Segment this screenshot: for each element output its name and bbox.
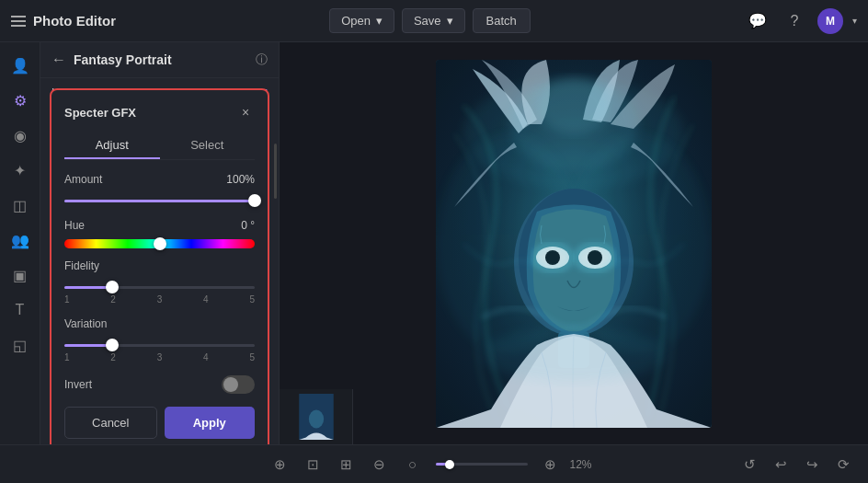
tab-select[interactable]: Select <box>160 132 256 159</box>
avatar[interactable]: M <box>817 8 843 34</box>
dialog-title: Specter GFX <box>64 106 236 120</box>
hue-control: Hue 0 ° <box>64 219 255 248</box>
topbar-center: Open ▾ Save ▾ Batch <box>127 8 733 33</box>
invert-row: Invert <box>64 375 255 394</box>
crop-icon[interactable]: ⊡ <box>300 451 327 478</box>
invert-toggle-knob <box>223 377 238 392</box>
rotate-icon[interactable]: ↺ <box>736 451 763 478</box>
bottom-toolbar: ⊕ ⊡ ⊞ ⊖ ○ ⊕ 12% ↺ ↩ ↪ ⟳ <box>0 444 868 483</box>
fidelity-row: Fidelity <box>64 259 255 272</box>
sidebar-item-effects[interactable]: ✦ <box>5 155 36 186</box>
info-icon[interactable]: ⓘ <box>256 52 268 68</box>
undo-icon[interactable]: ↩ <box>767 451 794 478</box>
layers-icon[interactable]: ⊕ <box>267 451 294 478</box>
save-button[interactable]: Save ▾ <box>402 8 465 33</box>
zoom-in-icon[interactable]: ⊕ <box>537 451 565 478</box>
hue-label: Hue <box>64 219 120 232</box>
scroll-thumb <box>274 144 277 199</box>
main: 👤 ⚙ ◉ ✦ ◫ 👥 ▣ T ◱ ← Fantasy Portrait ⓘ U… <box>0 42 868 444</box>
scroll-indicator <box>274 144 277 444</box>
chevron-down-icon: ▾ <box>376 14 383 28</box>
hue-slider-container <box>64 239 255 248</box>
zoom-out-icon[interactable]: ⊖ <box>366 451 394 478</box>
cancel-button[interactable]: Cancel <box>64 407 157 439</box>
variation-row: Variation <box>64 317 255 330</box>
help-icon[interactable]: ? <box>781 7 808 35</box>
tab-adjust[interactable]: Adjust <box>64 132 160 159</box>
close-button[interactable]: × <box>236 103 255 121</box>
chevron-down-icon: ▾ <box>447 14 453 28</box>
sidebar-item-text[interactable]: T <box>5 294 36 326</box>
toolbar-right: ↺ ↩ ↪ ⟳ <box>736 451 857 478</box>
sidebar-item-portrait[interactable]: 👤 <box>5 50 36 81</box>
menu-icon[interactable] <box>11 16 26 27</box>
variation-label: Variation <box>64 317 120 330</box>
dialog-tabs: Adjust Select <box>64 132 255 160</box>
effect-dialog: Specter GFX × Adjust Select Amount 100% <box>50 88 269 444</box>
canvas-image <box>436 60 712 428</box>
sidebar-item-adjustments[interactable]: ⚙ <box>5 85 36 116</box>
history-icon[interactable]: ⟳ <box>829 451 857 478</box>
grid-view-icon[interactable]: ⊞ <box>333 451 360 478</box>
variation-thumb[interactable] <box>106 339 119 351</box>
app-title: Photo Editor <box>33 13 116 29</box>
amount-control: Amount 100% <box>64 173 255 208</box>
batch-button[interactable]: Batch <box>473 8 531 33</box>
avatar-chevron-icon[interactable]: ▾ <box>852 16 857 26</box>
svg-rect-19 <box>436 60 712 428</box>
svg-point-21 <box>308 410 323 429</box>
fidelity-tick-labels: 1 2 3 4 5 <box>64 294 255 305</box>
topbar-right: 💬 ? M ▾ <box>744 7 857 35</box>
hue-track[interactable] <box>64 239 255 248</box>
left-panel: ← Fantasy Portrait ⓘ Undead GFX Ri Spect… <box>40 42 280 444</box>
redo-icon[interactable]: ↪ <box>798 451 826 478</box>
dialog-buttons: Cancel Apply <box>64 407 255 439</box>
zoom-reset-icon[interactable]: ○ <box>399 451 427 478</box>
hue-value: 0 ° <box>223 219 255 232</box>
back-button[interactable]: ← <box>51 52 66 68</box>
panel-title: Fantasy Portrait <box>74 52 248 67</box>
sidebar-item-view[interactable]: ◉ <box>5 120 36 151</box>
zoom-thumb <box>445 460 454 469</box>
amount-slider-thumb[interactable] <box>248 194 261 207</box>
thumbnail-preview <box>280 389 353 444</box>
fidelity-control: Fidelity 1 2 3 4 5 <box>64 259 255 305</box>
panel-header: ← Fantasy Portrait ⓘ <box>40 42 279 78</box>
variation-control: Variation 1 2 3 4 5 <box>64 317 255 362</box>
chat-icon[interactable]: 💬 <box>744 7 771 35</box>
fidelity-track <box>64 286 255 289</box>
sidebar-icons: 👤 ⚙ ◉ ✦ ◫ 👥 ▣ T ◱ <box>0 42 40 444</box>
canvas-area <box>280 42 868 444</box>
topbar-left: Photo Editor <box>11 13 116 29</box>
sidebar-item-people[interactable]: 👥 <box>5 224 36 256</box>
variation-slider: 1 2 3 4 5 <box>64 338 255 362</box>
sidebar-item-shapes[interactable]: ◱ <box>5 329 36 361</box>
topbar: Photo Editor Open ▾ Save ▾ Batch 💬 ? M ▾ <box>0 0 868 42</box>
variation-tick-labels: 1 2 3 4 5 <box>64 352 255 362</box>
sidebar-item-layers[interactable]: ◫ <box>5 190 36 221</box>
apply-button[interactable]: Apply <box>165 407 256 439</box>
variation-track <box>64 344 255 347</box>
invert-toggle[interactable] <box>222 375 255 394</box>
fidelity-slider-wrapper <box>64 280 255 294</box>
hue-row: Hue 0 ° <box>64 219 255 232</box>
amount-row: Amount 100% <box>64 173 255 186</box>
sidebar-item-image[interactable]: ▣ <box>5 259 36 291</box>
amount-label: Amount <box>64 173 120 186</box>
variation-slider-wrapper <box>64 338 255 352</box>
dialog-header: Specter GFX × <box>64 103 255 121</box>
invert-label: Invert <box>64 378 222 391</box>
zoom-percentage: 12% <box>570 458 602 471</box>
hue-thumb[interactable] <box>154 237 166 250</box>
fidelity-thumb[interactable] <box>106 281 119 293</box>
zoom-slider[interactable] <box>436 463 528 466</box>
amount-slider-track <box>64 200 255 202</box>
amount-slider-container <box>64 193 255 208</box>
amount-value: 100% <box>223 173 255 186</box>
fidelity-slider: 1 2 3 4 5 <box>64 280 255 305</box>
amount-slider-wrapper <box>64 193 255 208</box>
amount-slider-fill <box>64 200 255 202</box>
fidelity-label: Fidelity <box>64 259 120 272</box>
open-button[interactable]: Open ▾ <box>329 8 394 33</box>
